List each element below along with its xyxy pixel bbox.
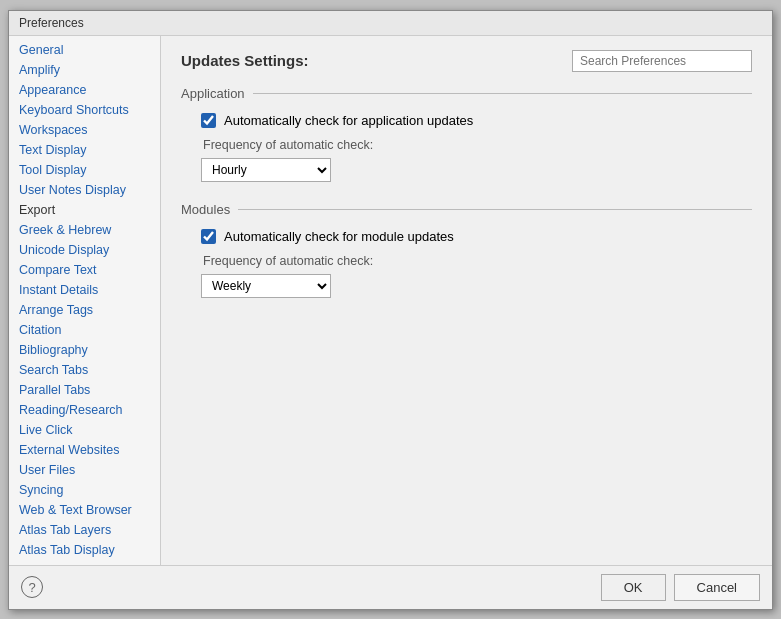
sidebar-item-live-click[interactable]: Live Click	[9, 420, 160, 440]
application-section-body: Automatically check for application upda…	[181, 113, 752, 182]
sidebar-item-external-websites[interactable]: External Websites	[9, 440, 160, 460]
help-button[interactable]: ?	[21, 576, 43, 598]
sidebar-item-parallel-tabs[interactable]: Parallel Tabs	[9, 380, 160, 400]
mod-auto-check-checkbox[interactable]	[201, 229, 216, 244]
sidebar-item-arrange-tags[interactable]: Arrange Tags	[9, 300, 160, 320]
app-freq-dropdown-row: Hourly Daily Weekly Monthly	[201, 158, 752, 182]
page-title: Updates Settings:	[181, 52, 309, 69]
modules-section-line	[238, 209, 752, 210]
sidebar-item-bibliography[interactable]: Bibliography	[9, 340, 160, 360]
app-freq-label: Frequency of automatic check:	[203, 138, 752, 152]
sidebar-item-user-notes-display[interactable]: User Notes Display	[9, 180, 160, 200]
search-input[interactable]	[572, 50, 752, 72]
sidebar-item-reading-research[interactable]: Reading/Research	[9, 400, 160, 420]
modules-section-header: Modules	[181, 202, 752, 217]
app-auto-check-checkbox[interactable]	[201, 113, 216, 128]
footer-buttons: OK Cancel	[601, 574, 760, 601]
sidebar-item-text-display[interactable]: Text Display	[9, 140, 160, 160]
content-area: GeneralAmplifyAppearanceKeyboard Shortcu…	[9, 36, 772, 565]
sidebar-item-syncing[interactable]: Syncing	[9, 480, 160, 500]
application-section-label: Application	[181, 86, 245, 101]
sidebar-item-compare-text[interactable]: Compare Text	[9, 260, 160, 280]
sidebar-item-keyboard-shortcuts[interactable]: Keyboard Shortcuts	[9, 100, 160, 120]
sidebar-item-citation[interactable]: Citation	[9, 320, 160, 340]
sidebar-item-atlas-tab-layers[interactable]: Atlas Tab Layers	[9, 520, 160, 540]
top-bar: Updates Settings:	[181, 50, 752, 72]
sidebar-item-user-files[interactable]: User Files	[9, 460, 160, 480]
sidebar-item-general[interactable]: General	[9, 40, 160, 60]
modules-section-body: Automatically check for module updates F…	[181, 229, 752, 298]
sidebar-item-search-tabs[interactable]: Search Tabs	[9, 360, 160, 380]
main-panel: Updates Settings: Application Automatica…	[161, 36, 772, 565]
application-section-header: Application	[181, 86, 752, 101]
footer: ? OK Cancel	[9, 565, 772, 609]
sidebar-item-tool-display[interactable]: Tool Display	[9, 160, 160, 180]
ok-button[interactable]: OK	[601, 574, 666, 601]
application-section-line	[253, 93, 752, 94]
app-auto-check-label: Automatically check for application upda…	[224, 113, 473, 128]
sidebar-item-export[interactable]: Export	[9, 200, 160, 220]
sidebar-item-appearance[interactable]: Appearance	[9, 80, 160, 100]
sidebar-item-greek---hebrew[interactable]: Greek & Hebrew	[9, 220, 160, 240]
mod-freq-dropdown-row: Hourly Daily Weekly Monthly	[201, 274, 752, 298]
title-bar: Preferences	[9, 11, 772, 36]
app-auto-check-row: Automatically check for application upda…	[201, 113, 752, 128]
sidebar-item-atlas-tab-display[interactable]: Atlas Tab Display	[9, 540, 160, 560]
preferences-window: Preferences GeneralAmplifyAppearanceKeyb…	[8, 10, 773, 610]
app-freq-select[interactable]: Hourly Daily Weekly Monthly	[201, 158, 331, 182]
mod-freq-select[interactable]: Hourly Daily Weekly Monthly	[201, 274, 331, 298]
sidebar-item-web---text-browser[interactable]: Web & Text Browser	[9, 500, 160, 520]
sidebar-item-amplify[interactable]: Amplify	[9, 60, 160, 80]
modules-section-label: Modules	[181, 202, 230, 217]
mod-auto-check-row: Automatically check for module updates	[201, 229, 752, 244]
mod-auto-check-label: Automatically check for module updates	[224, 229, 454, 244]
sidebar-item-instant-details[interactable]: Instant Details	[9, 280, 160, 300]
window-title: Preferences	[19, 16, 84, 30]
application-section: Application Automatically check for appl…	[181, 86, 752, 182]
sidebar-item-workspaces[interactable]: Workspaces	[9, 120, 160, 140]
modules-section: Modules Automatically check for module u…	[181, 202, 752, 298]
mod-freq-label: Frequency of automatic check:	[203, 254, 752, 268]
sidebar: GeneralAmplifyAppearanceKeyboard Shortcu…	[9, 36, 161, 565]
sidebar-item-unicode-display[interactable]: Unicode Display	[9, 240, 160, 260]
cancel-button[interactable]: Cancel	[674, 574, 760, 601]
